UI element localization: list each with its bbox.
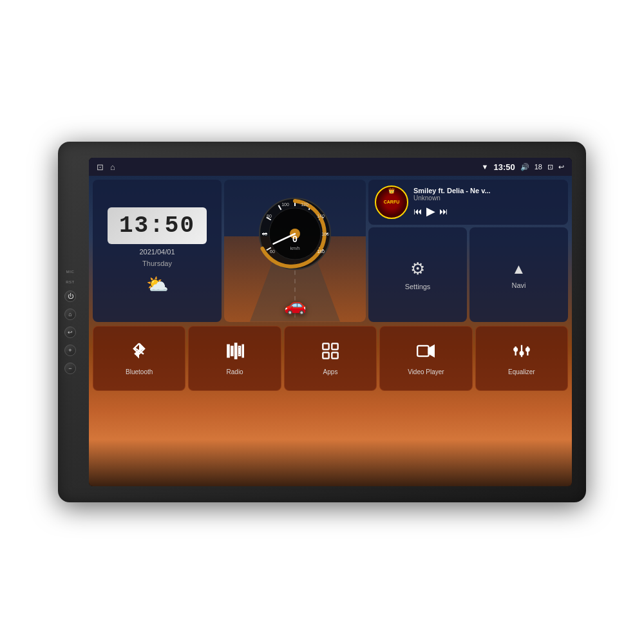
svg-text:180: 180 <box>317 249 325 254</box>
crown-icon: 👑 <box>388 188 395 194</box>
bottom-app-row: Bluetooth Radio <box>89 324 572 395</box>
settings-label: Settings <box>405 283 431 290</box>
settings-navi-row: ⚙ Settings ▲ Navi <box>368 227 568 322</box>
clock-day: Thursday <box>142 260 172 267</box>
svg-text:140: 140 <box>317 214 325 218</box>
play-button[interactable]: ▶ <box>426 204 435 218</box>
top-panels: 13:50 2021/04/01 Thursday ⛅ <box>89 176 572 324</box>
speaker-icon: 🔊 <box>520 163 529 171</box>
status-time: 13:50 <box>494 162 515 172</box>
weather-icon: ⛅ <box>146 274 169 295</box>
navi-label: Navi <box>511 281 526 289</box>
prev-button[interactable]: ⏮ <box>413 206 422 216</box>
home-status-icon[interactable]: ⌂ <box>110 162 115 172</box>
speedometer-panel: 60 40 80 100 120 140 160 180 0 km/h <box>224 180 366 322</box>
side-controls: MIC RST ⏻ ⌂ ↩ + − <box>64 270 76 374</box>
music-panel: 👑 CARFU Smiley ft. Delia - Ne v... Unkno… <box>368 180 568 225</box>
navi-icon: ▲ <box>512 261 526 278</box>
svg-rect-30 <box>323 343 328 349</box>
video-player-label: Video Player <box>408 368 444 375</box>
settings-icon: ⚙ <box>410 259 425 279</box>
apps-button[interactable]: Apps <box>284 326 377 391</box>
rst-label: RST <box>66 280 75 284</box>
next-button[interactable]: ⏭ <box>439 206 448 216</box>
clock-time: 13:50 <box>119 213 195 239</box>
svg-text:40: 40 <box>262 232 267 236</box>
power-button[interactable]: ⏻ <box>64 290 76 302</box>
clock-date: 2021/04/01 <box>139 248 175 256</box>
status-bar-right: ▼ 13:50 🔊 18 ⊡ ↩ <box>482 162 564 172</box>
gauge-container: 60 40 80 100 120 140 160 180 0 km/h <box>253 192 337 278</box>
clock-display: 13:50 <box>108 207 207 244</box>
equalizer-label: Equalizer <box>508 368 535 375</box>
settings-button[interactable]: ⚙ Settings <box>368 227 467 322</box>
screen: ⊡ ⌂ ▼ 13:50 🔊 18 ⊡ ↩ 13:50 2 <box>89 158 572 486</box>
svg-rect-25 <box>227 345 229 357</box>
svg-rect-26 <box>231 346 232 355</box>
svg-rect-31 <box>332 343 337 349</box>
vol-down-button[interactable]: − <box>64 363 76 374</box>
mic-label: MIC <box>66 270 75 274</box>
svg-rect-34 <box>418 345 430 355</box>
gauge-svg: 60 40 80 100 120 140 160 180 0 km/h <box>253 192 337 276</box>
video-icon <box>417 342 435 365</box>
device-body: MIC RST ⏻ ⌂ ↩ + − ⊡ ⌂ ▼ 13:50 🔊 18 ⊡ ↩ <box>58 142 586 502</box>
apps-label: Apps <box>323 368 338 375</box>
radio-button[interactable]: Radio <box>188 326 281 391</box>
album-art: 👑 CARFU <box>375 185 408 219</box>
navi-button[interactable]: ▲ Navi <box>469 227 568 322</box>
back-side-button[interactable]: ↩ <box>64 327 76 338</box>
svg-text:km/h: km/h <box>290 246 299 251</box>
svg-rect-27 <box>235 343 236 358</box>
video-player-button[interactable]: Video Player <box>379 326 472 391</box>
svg-rect-29 <box>242 345 243 357</box>
right-panels: 👑 CARFU Smiley ft. Delia - Ne v... Unkno… <box>368 180 568 322</box>
svg-point-37 <box>514 348 517 351</box>
vol-up-button[interactable]: + <box>64 345 76 356</box>
status-bar: ⊡ ⌂ ▼ 13:50 🔊 18 ⊡ ↩ <box>89 158 572 176</box>
svg-marker-35 <box>429 345 434 355</box>
bluetooth-icon <box>130 342 148 365</box>
svg-rect-28 <box>238 346 240 355</box>
svg-text:80: 80 <box>267 214 272 218</box>
window-status-icon: ⊡ <box>547 163 553 171</box>
volume-level: 18 <box>535 163 542 171</box>
equalizer-icon <box>513 342 531 365</box>
svg-text:0: 0 <box>292 234 298 244</box>
music-controls: ⏮ ▶ ⏭ <box>413 204 562 218</box>
bluetooth-label: Bluetooth <box>126 368 153 375</box>
music-title: Smiley ft. Delia - Ne v... <box>413 187 562 194</box>
svg-point-41 <box>526 348 529 351</box>
svg-rect-32 <box>323 352 328 358</box>
radio-icon <box>226 342 244 365</box>
wifi-icon: ▼ <box>482 163 489 171</box>
bluetooth-button[interactable]: Bluetooth <box>93 326 185 391</box>
back-status-icon[interactable]: ↩ <box>558 163 564 171</box>
radio-label: Radio <box>227 368 243 375</box>
svg-point-39 <box>520 352 523 355</box>
svg-rect-33 <box>332 352 337 358</box>
window-icon[interactable]: ⊡ <box>97 162 104 172</box>
apps-icon <box>321 342 339 365</box>
music-artist: Unknown <box>413 194 562 202</box>
svg-text:160: 160 <box>321 232 329 236</box>
car-icon: 🚗 <box>284 294 307 316</box>
equalizer-button[interactable]: Equalizer <box>475 326 568 391</box>
svg-text:120: 120 <box>301 202 308 207</box>
carfu-logo: CARFU <box>384 200 400 205</box>
svg-text:60: 60 <box>270 249 275 254</box>
music-info: Smiley ft. Delia - Ne v... Unknown ⏮ ▶ ⏭ <box>413 187 562 218</box>
clock-panel: 13:50 2021/04/01 Thursday ⛅ <box>93 180 222 322</box>
status-bar-left: ⊡ ⌂ <box>97 162 115 172</box>
home-side-button[interactable]: ⌂ <box>64 308 76 320</box>
svg-text:100: 100 <box>281 202 289 207</box>
screen-content: 13:50 2021/04/01 Thursday ⛅ <box>89 176 572 486</box>
